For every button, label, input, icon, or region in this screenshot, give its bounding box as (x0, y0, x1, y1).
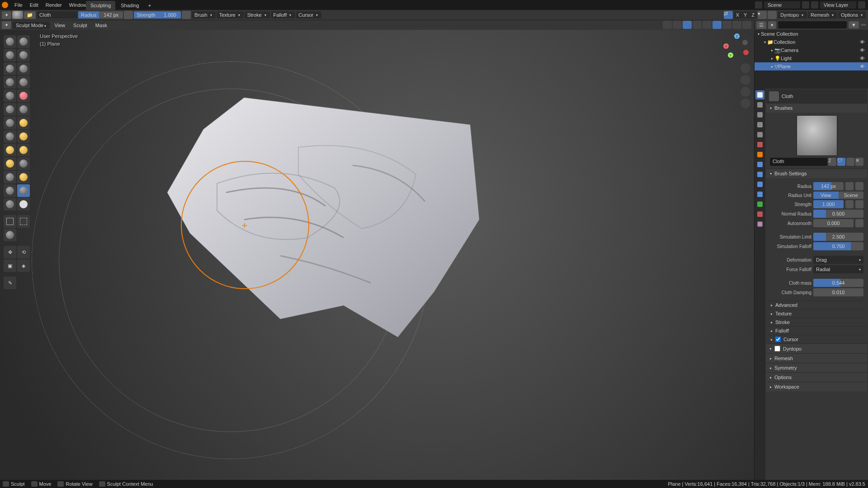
tool-snake-hook[interactable] (17, 144, 30, 156)
workspace-add-button[interactable]: + (145, 1, 155, 10)
view-selectability-icon[interactable] (663, 21, 672, 29)
tool-crease[interactable] (4, 89, 16, 102)
dd-force-falloff[interactable]: Radial (813, 265, 863, 273)
radius-lock-icon[interactable] (855, 182, 863, 190)
radius-slider[interactable]: Radius 142 px (78, 11, 123, 19)
overlay-toggle-icon[interactable] (683, 21, 692, 29)
dd-deformation[interactable]: Drag (813, 256, 863, 264)
falloff-dropdown[interactable]: Falloff (271, 11, 295, 19)
gizmo-neg-axis[interactable] (742, 40, 748, 45)
tool-nudge[interactable] (4, 171, 16, 183)
tool-rotate-transform[interactable]: ⟲ (17, 246, 30, 258)
mirror-icon[interactable]: ⇄ (724, 11, 733, 19)
brush-unlink-icon[interactable]: ✕ (855, 158, 863, 166)
remesh-dropdown[interactable]: Remesh (808, 11, 837, 19)
ptab-texture[interactable] (755, 220, 764, 229)
texture-dropdown[interactable]: Texture (217, 11, 244, 19)
visibility-toggle-icon[interactable]: 👁 (860, 56, 866, 61)
panel-texture[interactable]: ▸Texture (766, 309, 867, 318)
tool-simplify[interactable] (4, 198, 16, 211)
zoom-icon[interactable] (741, 63, 750, 73)
outliner-search[interactable] (778, 21, 847, 28)
scene-browse-icon[interactable] (755, 1, 762, 9)
ptab-particles[interactable] (755, 170, 764, 179)
menu-sculpt[interactable]: Sculpt (70, 22, 91, 29)
gizmo-x-axis[interactable]: X (723, 43, 729, 49)
perspective-icon[interactable] (741, 99, 750, 108)
camera-icon[interactable] (741, 87, 750, 97)
ptab-object[interactable] (755, 150, 764, 159)
3d-viewport[interactable]: User Perspective (1) Plane (0, 30, 868, 480)
sym-x[interactable]: X (734, 11, 741, 19)
brush-thumb-icon[interactable] (12, 11, 23, 19)
tool-draw[interactable] (4, 35, 16, 48)
pan-icon[interactable] (741, 75, 750, 85)
tool-multiplane[interactable] (17, 117, 30, 129)
tool-transform[interactable]: ◈ (17, 259, 30, 272)
fld-autosmooth[interactable]: 0.000 (813, 219, 854, 227)
shading-options-icon[interactable] (742, 21, 751, 29)
outliner-collection[interactable]: ▾📁Collection 👁 (755, 38, 868, 46)
shading-wire-icon[interactable] (703, 21, 712, 29)
tool-mesh-filter[interactable] (4, 229, 16, 241)
gizmo-z-axis[interactable]: Z (734, 33, 740, 39)
scene-name-field[interactable]: Scene (764, 1, 800, 9)
ptab-physics[interactable] (755, 180, 764, 189)
panel-workspace[interactable]: ▸Workspace (766, 382, 867, 391)
panel-advanced[interactable]: ▸Advanced (766, 300, 867, 309)
tool-annotate[interactable]: ✎ (4, 277, 16, 289)
menu-edit[interactable]: Edit (26, 1, 42, 9)
brush-datablock-name[interactable]: Cloth (770, 158, 827, 166)
tool-pose[interactable] (17, 157, 30, 170)
autosmooth-pen-icon[interactable] (855, 219, 863, 227)
panel-brushes[interactable]: ▾Brushes (766, 103, 867, 113)
brush-name-field[interactable]: Cloth (37, 11, 77, 19)
ptab-output[interactable] (755, 110, 764, 119)
viewlayer-name-field[interactable]: View Layer (820, 1, 856, 9)
panel-dyntopo[interactable]: ▸Dyntopo (766, 343, 867, 353)
workspace-tab-sculpting[interactable]: Sculpting (86, 1, 115, 10)
symmetry-xyz[interactable]: X Y Z (734, 11, 757, 19)
panel-remesh[interactable]: ▸Remesh (766, 353, 867, 363)
editor-type-icon[interactable]: ✦ (2, 11, 11, 19)
menu-render[interactable]: Render (42, 1, 66, 9)
sym-z[interactable]: Z (749, 11, 757, 19)
ptab-mesh[interactable] (755, 200, 764, 209)
outliner-new-collection-icon[interactable] (861, 24, 866, 26)
strength-pen-icon[interactable] (845, 200, 854, 208)
visibility-toggle-icon[interactable]: 👁 (860, 47, 866, 53)
outliner-display-icon[interactable]: ▾ (768, 21, 776, 29)
symmetry-extra-icon[interactable]: ▾ (758, 11, 767, 19)
workspace-tab-shading[interactable]: Shading (116, 1, 143, 10)
tool-clay-strips[interactable] (17, 49, 30, 61)
dyntopo-checkbox[interactable] (774, 346, 780, 352)
panel-brush-settings[interactable]: ▾Brush Settings (766, 169, 867, 178)
radius-pressure-icon[interactable] (124, 11, 133, 19)
menu-mask[interactable]: Mask (92, 22, 111, 29)
radius-unit-toggle[interactable]: ViewScene (813, 192, 863, 199)
strength-lock-icon[interactable] (855, 200, 863, 208)
tool-draw-sharp[interactable] (17, 35, 30, 48)
tool-inflate[interactable] (4, 76, 16, 89)
outliner-item-plane[interactable]: ▸▽Plane 👁 (755, 62, 868, 70)
outliner[interactable]: ▾Scene Collection ▾📁Collection 👁 ▸📷Camer… (755, 30, 868, 89)
dyntopo-dropdown[interactable]: Dyntopo (778, 11, 807, 19)
ptab-viewlayer[interactable] (755, 120, 764, 129)
fld-strength[interactable]: 1.000 (813, 200, 844, 208)
panel-symmetry[interactable]: ▸Symmetry (766, 363, 867, 372)
cursor-checkbox[interactable] (775, 337, 781, 342)
ptab-world[interactable] (755, 140, 764, 149)
fld-sim-falloff[interactable]: 0.750 (813, 242, 863, 250)
panel-falloff[interactable]: ▸Falloff (766, 326, 867, 335)
navigation-gizmo[interactable]: Z X Y (723, 33, 750, 61)
fld-cloth-damping[interactable]: 0.010 (813, 288, 863, 296)
visibility-toggle-icon[interactable]: 👁 (860, 39, 866, 45)
shading-matprev-icon[interactable] (722, 21, 731, 29)
scene-new-icon[interactable] (802, 1, 809, 9)
brush-preview[interactable] (797, 115, 837, 156)
gizmo-toggle-icon[interactable] (673, 21, 682, 29)
fld-normal-radius[interactable]: 0.500 (813, 210, 863, 218)
outliner-item-camera[interactable]: ▸📷Camera 👁 (755, 46, 868, 54)
outliner-filter-icon[interactable]: ▼ (849, 21, 859, 28)
brush-browse-icon[interactable]: 📁 (24, 11, 36, 19)
